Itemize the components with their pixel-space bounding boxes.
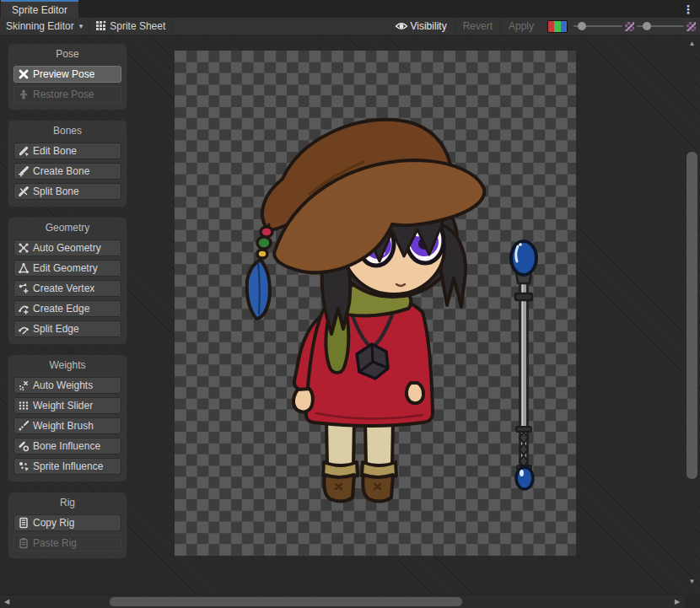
button-label: Split Bone [33,186,79,197]
button-label: Edit Geometry [33,262,98,274]
sprite-sheet-button[interactable]: Sprite Sheet [89,18,171,35]
chevron-down-icon: ▾ [79,22,83,30]
preview-pose-button[interactable]: Preview Pose [13,66,121,83]
canvas-art [175,51,576,556]
horizontal-scrollbar[interactable]: ◀ ▶ [0,595,685,608]
button-label: Create Edge [33,303,89,315]
button-label: Split Edge [33,323,79,335]
swatch-blue [561,21,567,32]
split-edge-button[interactable]: Split Edge [13,320,121,337]
staff-sprite[interactable] [511,241,536,489]
auto-weights-icon [18,379,30,391]
weight-brush-icon [18,420,30,432]
button-label: Edit Bone [33,145,77,157]
visibility-button[interactable]: Visibility [387,18,455,35]
sprite-influence-button[interactable]: Sprite Influence [13,458,121,475]
split-edge-icon [18,323,30,335]
scroll-left-icon[interactable]: ◀ [1,595,13,608]
bone-influence-button[interactable]: Bone Influence [13,438,121,455]
sprite-sheet-icon [95,20,107,32]
scroll-down-icon[interactable]: ▼ [684,576,700,586]
button-label: Restore Pose [33,89,94,100]
weight-brush-button[interactable]: Weight Brush [13,417,121,434]
weight-slider-button[interactable]: Weight Slider [13,397,121,414]
panel-weights: Weights Auto Weights Weight Slide [8,355,127,482]
apply-label: Apply [509,20,534,32]
button-label: Preview Pose [33,68,94,80]
create-edge-icon [18,303,30,315]
edit-geometry-icon [18,262,30,274]
button-label: Create Bone [33,165,89,177]
paste-rig-icon [18,537,30,549]
auto-geometry-icon [18,242,30,254]
apply-button[interactable]: Apply [501,18,541,35]
bone-influence-icon [18,440,30,452]
auto-weights-button[interactable]: Auto Weights [13,377,121,394]
panel-pose: Pose Preview Pose Restore Pose [8,44,127,110]
create-vertex-icon [18,282,30,294]
swatch-red [548,21,554,32]
skinning-editor-label: Skinning Editor [6,20,74,32]
panel-title: Bones [8,124,127,137]
button-label: Copy Rig [33,517,74,529]
restore-pose-icon [18,89,30,100]
button-label: Sprite Influence [33,460,103,472]
button-label: Weight Brush [33,420,94,432]
create-vertex-button[interactable]: Create Vertex [13,280,121,297]
workspace: Pose Preview Pose Restore Pose Bones [0,35,700,608]
preview-pose-icon [18,68,30,80]
swatch-green [554,21,560,32]
button-label: Auto Weights [33,379,93,391]
toolbar-separator [171,18,172,35]
scroll-right-icon[interactable]: ▶ [671,595,683,608]
skinning-editor-dropdown[interactable]: Skinning Editor ▾ [0,18,89,35]
revert-button[interactable]: Revert [455,18,500,35]
panel-bones: Bones Edit Bone Create Bone [8,121,127,207]
sprite-editor-window: Sprite Editor ⋮ Skinning Editor ▾ Sprite… [0,0,700,608]
panel-title: Weights [8,358,127,372]
copy-rig-icon [18,517,30,529]
sprite-opacity-slider[interactable] [573,18,622,35]
horizontal-scrollbar-thumb[interactable] [110,597,462,606]
overlay-opacity-slider[interactable] [637,18,684,35]
sprite-sheet-label: Sprite Sheet [110,20,165,32]
paste-rig-button[interactable]: Paste Rig [13,535,121,552]
panel-title: Geometry [8,221,127,234]
edit-bone-icon [18,145,30,157]
eye-icon [395,21,408,31]
character-sprite[interactable] [247,120,485,502]
create-bone-button[interactable]: Create Bone [13,163,121,180]
button-label: Auto Geometry [33,242,101,254]
toolbar-right-cluster: Visibility Revert Apply [387,18,699,35]
copy-rig-button[interactable]: Copy Rig [13,514,121,531]
sprite-canvas[interactable] [175,51,576,556]
kebab-menu-icon[interactable]: ⋮ [681,1,695,17]
sprite-influence-icon [18,460,30,472]
weight-slider-icon [18,400,30,412]
panel-title: Rig [8,496,127,509]
overlay-texture-icon [687,22,696,31]
tab-title: Sprite Editor [12,4,67,16]
split-bone-icon [18,186,30,197]
button-label: Create Vertex [33,282,94,294]
slider-handle[interactable] [578,22,586,30]
tab-bar: Sprite Editor ⋮ [0,0,700,18]
vertical-scrollbar[interactable]: ▲ ▼ [684,35,700,595]
revert-label: Revert [463,20,493,32]
restore-pose-button[interactable]: Restore Pose [13,86,121,103]
scrollbar-corner [685,595,700,608]
auto-geometry-button[interactable]: Auto Geometry [13,239,121,256]
scroll-up-icon[interactable]: ▲ [684,38,700,48]
edit-bone-button[interactable]: Edit Bone [13,143,121,159]
toolbar: Skinning Editor ▾ Sprite Sheet [0,18,700,35]
visibility-label: Visibility [411,20,447,32]
button-label: Weight Slider [33,400,93,412]
split-bone-button[interactable]: Split Bone [13,183,121,200]
button-label: Paste Rig [33,537,77,549]
tab-sprite-editor[interactable]: Sprite Editor [1,0,78,18]
vertical-scrollbar-thumb[interactable] [687,152,697,479]
color-swatch-button[interactable] [547,20,568,33]
slider-handle[interactable] [643,22,651,30]
edit-geometry-button[interactable]: Edit Geometry [13,260,121,277]
create-edge-button[interactable]: Create Edge [13,300,121,317]
